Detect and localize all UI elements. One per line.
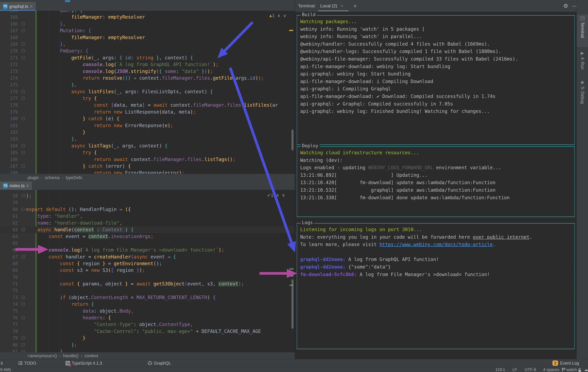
fold-marker-icon[interactable]: [21, 22, 25, 26]
fold-marker-icon[interactable]: [21, 336, 25, 340]
terminal-line: api-file-manager-download: ✔ Download: C…: [300, 93, 573, 100]
breadcrumb-item[interactable]: handle(): [63, 353, 78, 358]
git-branch[interactable]: watch: [562, 367, 577, 372]
code-line: 167 Mutation: {: [0, 27, 295, 34]
fold-marker-icon[interactable]: [21, 90, 25, 93]
tab-bar-index: TS index.ts ×: [0, 181, 295, 190]
fold-marker-icon[interactable]: [21, 296, 25, 299]
prev-issue-icon[interactable]: ∧: [277, 13, 280, 18]
tool-button-typescript[interactable]: TS TypeScript 4.1.3: [65, 359, 102, 367]
tab-graphql-ts[interactable]: TS graphql.ts ×: [0, 2, 36, 11]
terminal-settings-icon[interactable]: ⚙: [563, 0, 568, 12]
terminal-line: webiny info: Running 'watch' in 5 packag…: [300, 26, 573, 33]
fold-marker-icon[interactable]: [21, 56, 25, 59]
tool-button-git-clipped[interactable]: it: [1, 359, 3, 367]
terminal-header: Terminal: Local (2) × + ⚙ —: [295, 0, 577, 12]
close-icon[interactable]: ×: [26, 183, 29, 188]
terminal-tab-local[interactable]: Local (2): [320, 0, 337, 12]
terminal-line: Watching (dev):: [300, 157, 573, 164]
file-encoding[interactable]: UTF-8: [525, 367, 536, 372]
code-line: 75 data: object.Body,: [0, 308, 295, 314]
fold-marker-icon[interactable]: [21, 208, 25, 211]
status-bar: 6 AM) 119:1 LF UTF-8 4 spaces watch ☁: [0, 367, 588, 372]
breadcrumb-item[interactable]: <anonymous>(): [28, 353, 57, 358]
fold-marker-icon[interactable]: [21, 228, 25, 231]
code-line: 71 const { params, object } = await getS…: [0, 281, 295, 287]
ok-icon: ✔: [267, 193, 271, 198]
inspection-widget[interactable]: ▲!1 ∧ ∨: [268, 13, 286, 18]
tool-button-debug[interactable]: ✺ 5: Debug: [577, 79, 588, 112]
code-line: 70: [0, 274, 295, 281]
terminal-icon: >_: [580, 16, 585, 20]
fold-marker-icon[interactable]: [21, 302, 25, 306]
fold-marker-icon[interactable]: [21, 151, 25, 154]
next-issue-icon[interactable]: ∨: [283, 13, 286, 18]
close-icon[interactable]: ×: [30, 4, 32, 9]
fold-marker-icon[interactable]: [21, 316, 25, 319]
new-terminal-icon[interactable]: +: [353, 0, 357, 12]
fold-marker-icon[interactable]: [21, 117, 25, 120]
code-line: 168 fileManager: emptyResolver: [0, 34, 295, 41]
fold-marker-icon[interactable]: [21, 49, 25, 52]
next-issue-icon[interactable]: ∨: [282, 193, 285, 198]
prev-issue-icon[interactable]: ∧: [276, 193, 279, 198]
line-ending[interactable]: LF: [513, 367, 517, 372]
indent-style[interactable]: 4 spaces: [543, 367, 559, 372]
code-line: 77 "Content-Type": object.ContentType,: [0, 321, 295, 328]
fold-marker-icon[interactable]: [21, 97, 25, 100]
breadcrumb-item[interactable]: typeDefs: [66, 175, 82, 180]
build-box: Build Watching packages...webiny info: R…: [297, 15, 575, 145]
editor-index[interactable]: 58};5960export default (): HandlerPlugin…: [0, 190, 295, 352]
tab-index-ts[interactable]: TS index.ts ×: [0, 181, 32, 190]
code-line: 65: [0, 240, 295, 247]
terminal-line: 13:21:16.338[ fm-download] done update a…: [300, 194, 573, 201]
code-line: 175 },: [0, 81, 295, 88]
caret-position[interactable]: 119:1: [495, 367, 505, 372]
code-line: 67 const handler = createHandler(async e…: [0, 254, 295, 260]
fold-marker-icon[interactable]: [21, 350, 25, 352]
tab-label: index.ts: [10, 183, 25, 188]
warning-icon: ▲: [268, 13, 273, 18]
breadcrumb-item[interactable]: context: [85, 353, 98, 358]
event-log-button[interactable]: 2 Event Log: [552, 359, 579, 367]
fold-marker-icon[interactable]: [21, 42, 25, 46]
cloud-sync-icon[interactable]: ☁: [584, 367, 588, 372]
fold-marker-icon[interactable]: [21, 194, 25, 197]
tool-button-graphql[interactable]: GraphQL: [148, 359, 171, 367]
terminal-line: [300, 248, 573, 256]
breadcrumb-item[interactable]: plugin: [28, 175, 39, 180]
terminal-minimize-icon[interactable]: —: [572, 0, 577, 12]
deploy-box: Deploy Watching cloud infrastructure res…: [297, 146, 575, 217]
code-line: 74 return {: [0, 301, 295, 308]
fold-marker-icon[interactable]: [21, 144, 25, 147]
code-line: 61 type: "handler",: [0, 213, 295, 220]
terminal-line: To learn more, please visit https://www.…: [300, 241, 573, 248]
tool-button-terminal[interactable]: >_ Terminal: [577, 14, 588, 47]
terminal-line: Watching packages...: [300, 18, 573, 26]
unlock-icon[interactable]: [578, 367, 582, 372]
code-line: 172 console.log(`A log from GraphQL API …: [0, 61, 295, 68]
code-line: 59: [0, 199, 295, 206]
scrollbar[interactable]: [292, 130, 294, 151]
fold-marker-icon[interactable]: [21, 164, 25, 168]
editor-graphql[interactable]: 164 Query: {165 fileManager: emptyResolv…: [0, 11, 295, 174]
code-line: 169 },: [0, 41, 295, 48]
scrollbar[interactable]: [292, 279, 294, 329]
ide-window: TS graphql.ts × 164 Query: {165 fileMana…: [0, 0, 588, 372]
inspection-widget[interactable]: ✔1 ∧ ∨: [267, 192, 285, 198]
tool-button-run[interactable]: ▶ 4: Run: [577, 49, 588, 74]
breadcrumb-item[interactable]: schema: [45, 175, 60, 180]
terminal-line: api-file-manager-download: i Compiling D…: [300, 78, 573, 85]
fold-marker-icon[interactable]: [21, 343, 25, 346]
fold-marker-icon[interactable]: [21, 29, 25, 32]
code-line: 173 console.log(JSON.stringify({ some: "…: [0, 68, 295, 75]
terminal-tab-close-icon[interactable]: ×: [341, 0, 343, 12]
code-line: 186 return await context.fileManager.fil…: [0, 156, 295, 163]
code-lines: 164 Query: {165 fileManager: emptyResolv…: [0, 11, 295, 174]
code-line: 72: [0, 287, 295, 294]
tool-button-todo[interactable]: TODO: [18, 359, 36, 367]
code-line: 174 return resolve(() ⇒ context.fileMana…: [0, 75, 295, 81]
code-line: 69 const s3 = new S3({ region });: [0, 267, 295, 274]
typescript-file-icon: TS: [3, 183, 8, 188]
fold-marker-icon[interactable]: [21, 255, 25, 259]
